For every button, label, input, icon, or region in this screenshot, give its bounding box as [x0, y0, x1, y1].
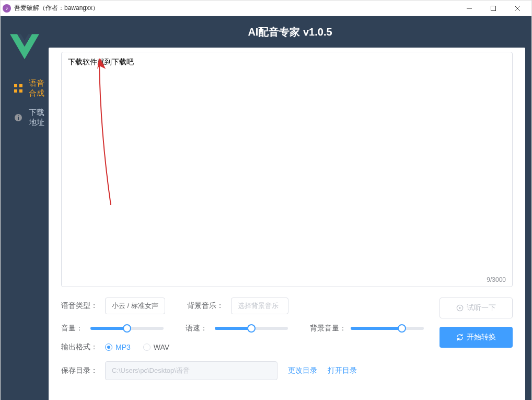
svg-rect-7 [19, 84, 22, 87]
radio-label: MP3 [115, 343, 131, 351]
bg-music-select[interactable]: 选择背景音乐 [231, 298, 288, 314]
text-input-container: 9/3000 [61, 52, 513, 287]
logo-area [1, 21, 49, 74]
svg-point-11 [18, 116, 19, 117]
radio-circle-icon [143, 344, 151, 351]
bg-volume-label: 背景音量： [310, 324, 346, 333]
nav-item-download[interactable]: 下载地址 [1, 103, 49, 132]
sidebar: 语音合成 下载地址 [1, 16, 49, 400]
svg-rect-8 [14, 89, 17, 93]
main-textarea[interactable] [62, 52, 512, 287]
radio-circle-icon [105, 344, 112, 351]
radio-label: WAV [154, 343, 169, 351]
info-icon [14, 113, 22, 122]
close-button[interactable] [505, 1, 529, 16]
convert-button-label: 开始转换 [467, 333, 496, 342]
app-header: AI配音专家 v1.0.5 [49, 16, 531, 48]
svg-rect-12 [18, 117, 19, 120]
preview-button: 试听一下 [440, 298, 513, 318]
volume-label: 音量： [61, 324, 86, 333]
radio-wav[interactable]: WAV [143, 343, 169, 351]
output-format-label: 输出格式： [61, 342, 99, 352]
svg-marker-15 [459, 307, 461, 309]
window-title: 吾爱破解（作者：bawangxx） [14, 4, 457, 13]
speed-label: 语速： [186, 324, 211, 333]
refresh-icon [456, 334, 464, 341]
svg-rect-1 [491, 6, 496, 10]
radio-mp3[interactable]: MP3 [105, 343, 131, 351]
nav-item-label: 语音合成 [29, 78, 49, 98]
app-icon [3, 4, 11, 13]
play-icon [456, 304, 464, 312]
svg-marker-4 [10, 34, 39, 59]
window-titlebar: 吾爱破解（作者：bawangxx） [1, 1, 531, 16]
save-dir-input: C:\Users\pc\Desktop\语音 [105, 361, 277, 380]
svg-rect-9 [19, 89, 22, 93]
voice-type-label: 语音类型： [61, 301, 99, 311]
nav-item-label: 下载地址 [29, 108, 49, 128]
save-dir-label: 保存目录： [61, 366, 99, 375]
convert-button[interactable]: 开始转换 [440, 327, 513, 348]
preview-button-label: 试听一下 [467, 303, 496, 313]
bg-music-label: 背景音乐： [187, 301, 225, 311]
app-title: AI配音专家 v1.0.5 [248, 25, 332, 39]
minimize-button[interactable] [457, 1, 481, 16]
vue-logo-icon [6, 32, 43, 63]
grid-icon [14, 84, 22, 93]
speed-slider[interactable] [215, 327, 288, 330]
voice-type-select[interactable]: 小云 / 标准女声 [105, 298, 165, 314]
nav-item-tts[interactable]: 语音合成 [1, 74, 49, 103]
svg-rect-6 [14, 84, 17, 87]
change-dir-link[interactable]: 更改目录 [288, 366, 317, 375]
char-count: 9/3000 [487, 276, 506, 283]
open-dir-link[interactable]: 打开目录 [328, 366, 357, 375]
bg-volume-slider[interactable] [351, 327, 424, 330]
volume-slider[interactable] [90, 327, 164, 330]
maximize-button[interactable] [481, 1, 505, 16]
